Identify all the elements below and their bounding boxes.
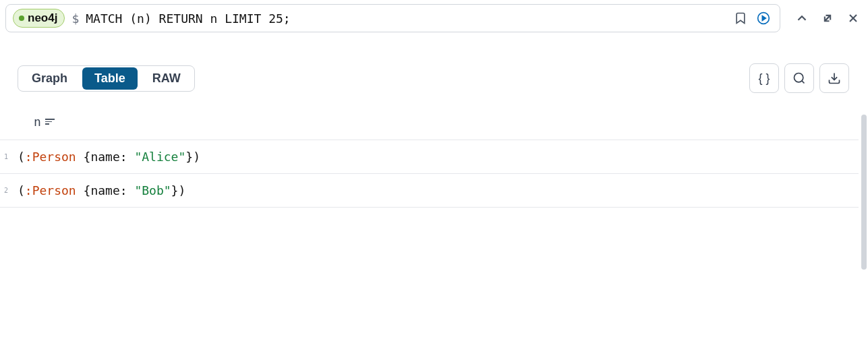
tab-graph[interactable]: Graph (18, 66, 81, 91)
column-header[interactable]: n (0, 101, 868, 140)
result-actions: { } (749, 63, 849, 93)
row-content: (:Person {name: "Bob"}) (0, 183, 185, 197)
view-tabs: Graph Table RAW (18, 65, 195, 92)
chevron-up-icon[interactable] (792, 9, 811, 28)
card-controls (786, 9, 863, 28)
svg-line-3 (825, 16, 830, 21)
close-icon[interactable] (844, 9, 863, 28)
expand-icon[interactable] (818, 9, 837, 28)
result-toolbar: Graph Table RAW { } (0, 36, 868, 101)
scrollbar-track (859, 40, 868, 337)
prompt-symbol: $ (71, 11, 79, 26)
search-icon (792, 71, 806, 85)
svg-line-7 (802, 81, 805, 84)
download-button[interactable] (819, 63, 849, 93)
bookmark-icon[interactable] (731, 9, 750, 28)
database-name: neo4j (28, 11, 57, 25)
run-query-button[interactable] (754, 9, 773, 28)
database-chip[interactable]: neo4j (13, 9, 65, 28)
table-row: 2 (:Person {name: "Bob"}) (0, 174, 868, 208)
svg-point-6 (794, 73, 803, 82)
search-button[interactable] (784, 63, 814, 93)
download-icon (828, 71, 841, 85)
row-number: 2 (0, 187, 8, 194)
status-dot-icon (19, 16, 24, 21)
tab-raw[interactable]: RAW (139, 66, 194, 91)
tab-table[interactable]: Table (82, 67, 138, 90)
column-name: n (34, 115, 41, 129)
row-number: 1 (0, 153, 8, 160)
query-bar: neo4j $ (0, 0, 868, 36)
result-table: n 1 (:Person {name: "Alice"}) 2 (:Person… (0, 101, 868, 208)
scrollbar-thumb[interactable] (861, 115, 867, 270)
query-input-wrap: neo4j $ (5, 4, 780, 32)
svg-marker-1 (762, 16, 765, 21)
json-view-button[interactable]: { } (749, 63, 779, 93)
braces-icon: { } (758, 71, 770, 86)
query-input[interactable] (86, 11, 724, 26)
row-content: (:Person {name: "Alice"}) (0, 150, 200, 164)
sort-icon (45, 119, 55, 125)
table-row: 1 (:Person {name: "Alice"}) (0, 140, 868, 174)
